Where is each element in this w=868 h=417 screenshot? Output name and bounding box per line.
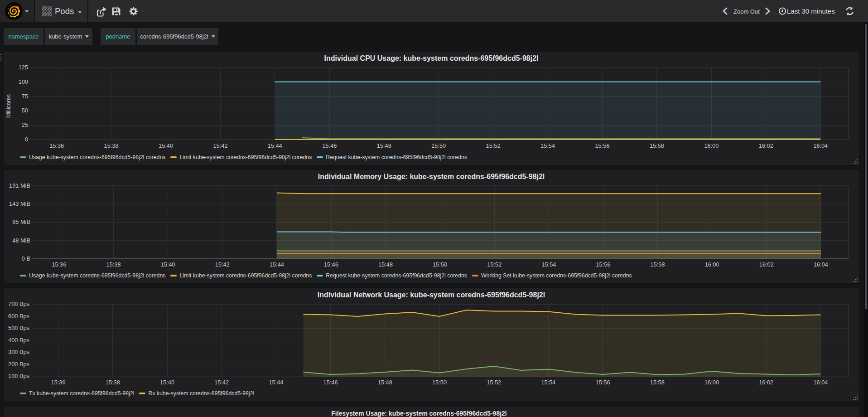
svg-text:15:44: 15:44 bbox=[270, 261, 284, 268]
svg-text:15:56: 15:56 bbox=[596, 261, 610, 268]
svg-text:100 Bps: 100 Bps bbox=[8, 373, 29, 379]
svg-text:15:52: 15:52 bbox=[486, 142, 501, 149]
svg-text:25: 25 bbox=[22, 121, 28, 128]
svg-text:300 Bps: 300 Bps bbox=[8, 349, 29, 355]
svg-text:200 Bps: 200 Bps bbox=[8, 361, 29, 368]
svg-text:15:56: 15:56 bbox=[596, 379, 610, 386]
svg-text:125: 125 bbox=[19, 64, 28, 71]
svg-text:Millicores: Millicores bbox=[5, 94, 12, 118]
svg-text:400 Bps: 400 Bps bbox=[8, 337, 29, 344]
svg-text:16:04: 16:04 bbox=[813, 379, 828, 386]
svg-text:191 MiB: 191 MiB bbox=[9, 182, 30, 189]
svg-text:600 Bps: 600 Bps bbox=[8, 313, 29, 320]
svg-text:15:36: 15:36 bbox=[51, 379, 66, 386]
svg-text:15:44: 15:44 bbox=[268, 142, 282, 149]
svg-text:15:46: 15:46 bbox=[322, 142, 337, 149]
svg-text:16:02: 16:02 bbox=[759, 142, 773, 149]
svg-text:500 Bps: 500 Bps bbox=[8, 325, 29, 331]
svg-text:15:42: 15:42 bbox=[215, 261, 230, 268]
svg-text:15:50: 15:50 bbox=[433, 261, 447, 268]
svg-text:15:52: 15:52 bbox=[487, 261, 502, 268]
svg-text:15:44: 15:44 bbox=[269, 379, 283, 386]
svg-text:143 MiB: 143 MiB bbox=[9, 200, 30, 207]
svg-text:16:04: 16:04 bbox=[813, 142, 828, 149]
svg-text:15:46: 15:46 bbox=[324, 261, 338, 268]
svg-text:15:58: 15:58 bbox=[650, 142, 664, 149]
svg-text:15:48: 15:48 bbox=[377, 142, 391, 149]
svg-text:15:42: 15:42 bbox=[213, 142, 227, 149]
svg-text:15:36: 15:36 bbox=[49, 142, 64, 149]
svg-text:16:04: 16:04 bbox=[814, 261, 828, 268]
svg-text:0: 0 bbox=[25, 136, 28, 143]
svg-text:15:38: 15:38 bbox=[104, 142, 119, 149]
svg-text:15:40: 15:40 bbox=[161, 261, 175, 268]
svg-text:16:02: 16:02 bbox=[759, 379, 773, 386]
svg-text:15:56: 15:56 bbox=[595, 142, 609, 149]
svg-text:15:38: 15:38 bbox=[106, 261, 121, 268]
svg-text:15:48: 15:48 bbox=[378, 379, 392, 386]
svg-text:15:54: 15:54 bbox=[541, 379, 555, 386]
svg-text:15:58: 15:58 bbox=[651, 261, 665, 268]
svg-text:15:38: 15:38 bbox=[106, 379, 120, 386]
svg-text:15:48: 15:48 bbox=[378, 261, 393, 268]
svg-text:15:52: 15:52 bbox=[487, 379, 501, 386]
svg-text:16:00: 16:00 bbox=[705, 261, 719, 268]
svg-text:15:50: 15:50 bbox=[432, 379, 447, 386]
svg-text:15:54: 15:54 bbox=[540, 142, 555, 149]
svg-text:15:40: 15:40 bbox=[159, 142, 173, 149]
svg-text:16:00: 16:00 bbox=[704, 379, 719, 386]
svg-text:100: 100 bbox=[19, 78, 28, 85]
svg-text:95 MiB: 95 MiB bbox=[12, 218, 30, 225]
svg-text:700 Bps: 700 Bps bbox=[8, 301, 29, 307]
svg-text:16:02: 16:02 bbox=[759, 261, 774, 268]
svg-text:15:50: 15:50 bbox=[431, 142, 446, 149]
svg-text:0 B: 0 B bbox=[22, 255, 30, 262]
svg-text:15:46: 15:46 bbox=[323, 379, 338, 386]
svg-text:Zoom Out: Zoom Out bbox=[733, 8, 760, 15]
svg-text:Pods: Pods bbox=[55, 6, 74, 16]
svg-text:15:42: 15:42 bbox=[214, 379, 229, 386]
svg-text:15:36: 15:36 bbox=[52, 261, 66, 268]
svg-text:15:58: 15:58 bbox=[650, 379, 665, 386]
svg-text:15:40: 15:40 bbox=[160, 379, 174, 386]
svg-text:75: 75 bbox=[22, 93, 28, 100]
svg-text:16:00: 16:00 bbox=[704, 142, 719, 149]
svg-text:50: 50 bbox=[22, 107, 28, 114]
svg-text:15:54: 15:54 bbox=[541, 261, 556, 268]
svg-text:Last 30 minutes: Last 30 minutes bbox=[787, 7, 835, 15]
svg-text:48 MiB: 48 MiB bbox=[12, 237, 30, 244]
